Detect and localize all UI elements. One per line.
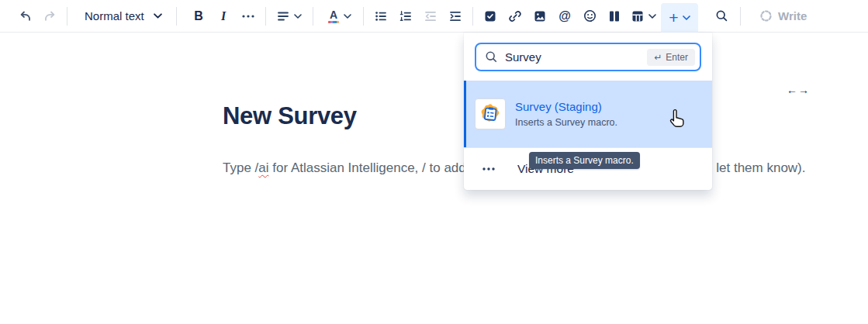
italic-icon: I bbox=[221, 9, 226, 23]
ai-write-button[interactable]: Write bbox=[753, 4, 813, 29]
survey-macro-icon bbox=[475, 98, 506, 129]
more-icon bbox=[242, 15, 254, 18]
chevron-down-icon bbox=[344, 14, 351, 19]
macro-search-area: ↵ Enter bbox=[464, 33, 712, 71]
undo-icon bbox=[19, 9, 32, 22]
link-button[interactable] bbox=[503, 4, 527, 29]
outdent-icon bbox=[424, 10, 437, 22]
numbered-list-icon bbox=[399, 10, 412, 22]
align-left-icon bbox=[277, 10, 289, 22]
bold-button[interactable]: B bbox=[186, 4, 211, 29]
search-icon bbox=[715, 9, 728, 22]
macro-result-description: Inserts a Survey macro. bbox=[515, 117, 617, 128]
macro-search-input[interactable] bbox=[505, 50, 640, 64]
toolbar-divider bbox=[265, 7, 266, 26]
text-color-icon: A bbox=[328, 9, 339, 23]
toolbar-divider bbox=[740, 7, 741, 26]
undo-button[interactable] bbox=[12, 4, 37, 29]
toolbar-divider bbox=[472, 7, 473, 26]
redo-button[interactable] bbox=[37, 4, 62, 29]
enter-key-hint: ↵ Enter bbox=[647, 49, 695, 66]
enter-key-icon: ↵ bbox=[654, 52, 662, 63]
chevron-down-icon bbox=[648, 14, 656, 19]
editor-toolbar: Normal text B I A bbox=[0, 0, 868, 33]
more-formatting-button[interactable] bbox=[236, 4, 261, 29]
table-icon bbox=[631, 10, 644, 22]
alignment-dropdown[interactable] bbox=[271, 4, 308, 29]
mention-button[interactable]: @ bbox=[552, 4, 577, 29]
toolbar-divider bbox=[176, 7, 177, 26]
plus-icon: + bbox=[669, 9, 678, 26]
italic-button[interactable]: I bbox=[211, 4, 236, 29]
task-list-button[interactable] bbox=[478, 4, 503, 29]
image-icon bbox=[534, 10, 546, 22]
bullet-list-button[interactable] bbox=[368, 4, 393, 29]
redo-icon bbox=[43, 9, 57, 22]
outdent-button[interactable] bbox=[418, 4, 443, 29]
enter-key-label: Enter bbox=[666, 52, 688, 63]
image-button[interactable] bbox=[527, 4, 552, 29]
indent-icon bbox=[449, 10, 462, 22]
ellipsis-icon bbox=[482, 167, 495, 171]
numbered-list-button[interactable] bbox=[393, 4, 418, 29]
link-icon bbox=[508, 9, 522, 23]
tooltip: Inserts a Survey macro. bbox=[529, 152, 640, 169]
table-dropdown[interactable] bbox=[627, 4, 661, 29]
layouts-icon bbox=[608, 10, 621, 22]
text-style-label: Normal text bbox=[85, 9, 144, 22]
insert-element-dropdown[interactable]: + bbox=[661, 3, 698, 33]
macro-search-box[interactable]: ↵ Enter bbox=[475, 43, 701, 71]
toolbar-divider bbox=[313, 7, 313, 26]
chevron-down-icon bbox=[683, 16, 690, 20]
find-replace-button[interactable] bbox=[709, 4, 734, 29]
task-icon bbox=[484, 10, 496, 22]
misspelled-word: ai bbox=[258, 160, 268, 175]
emoji-button[interactable] bbox=[577, 4, 602, 29]
placeholder-segment: Type / bbox=[223, 160, 258, 175]
macro-result-text: Survey (Staging) Inserts a Survey macro. bbox=[515, 100, 617, 128]
ai-write-label: Write bbox=[778, 9, 807, 22]
indent-button[interactable] bbox=[443, 4, 468, 29]
emoji-icon bbox=[583, 9, 597, 22]
pointer-cursor-icon bbox=[669, 109, 686, 131]
chevron-down-icon bbox=[294, 14, 302, 19]
macro-result-title: Survey (Staging) bbox=[515, 100, 617, 113]
text-color-dropdown[interactable]: A bbox=[321, 4, 358, 29]
editor-screen: Normal text B I A bbox=[0, 0, 868, 324]
mention-icon: @ bbox=[558, 10, 571, 22]
layouts-button[interactable] bbox=[602, 4, 627, 29]
bold-icon: B bbox=[194, 9, 203, 23]
chevron-down-icon bbox=[154, 13, 162, 19]
text-style-dropdown[interactable]: Normal text bbox=[72, 4, 171, 29]
bullet-list-icon bbox=[375, 10, 387, 22]
search-icon bbox=[485, 50, 498, 64]
ai-sparkle-icon bbox=[759, 9, 773, 22]
page-title[interactable]: New Survey bbox=[223, 102, 357, 130]
width-toggle-icon[interactable]: ←→ bbox=[787, 84, 810, 96]
toolbar-divider bbox=[67, 7, 67, 26]
toolbar-divider bbox=[363, 7, 364, 26]
